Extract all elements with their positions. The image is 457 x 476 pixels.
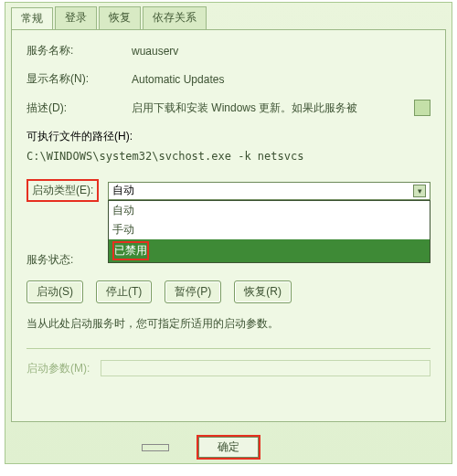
start-params-row: 启动参数(M): [27,360,430,376]
dropdown-option-disabled[interactable]: 已禁用 [109,239,430,262]
description-label: 描述(D): [27,100,132,116]
description-value: 启用下载和安装 Windows 更新。如果此服务被 [132,100,409,116]
start-button[interactable]: 启动(S) [27,280,83,303]
tab-general[interactable]: 常规 [11,7,53,30]
info-text: 当从此处启动服务时，您可指定所适用的启动参数。 [27,316,430,332]
service-name-label: 服务名称: [27,43,132,58]
start-params-label: 启动参数(M): [27,361,90,376]
display-name-row: 显示名称(N): Automatic Updates [27,71,430,87]
exe-path-label: 可执行文件的路径(H): [27,129,430,144]
stop-button[interactable]: 停止(T) [96,280,152,303]
service-name-value: wuauserv [132,45,430,58]
dropdown-option-manual[interactable]: 手动 [109,220,430,239]
display-name-label: 显示名称(N): [27,71,132,87]
control-buttons: 启动(S) 停止(T) 暂停(P) 恢复(R) [27,280,430,303]
chevron-down-icon[interactable]: ▾ [413,185,426,197]
tab-logon[interactable]: 登录 [55,6,97,29]
start-params-input[interactable] [101,360,430,376]
resume-button[interactable]: 恢复(R) [234,280,292,303]
separator [27,348,430,349]
tab-dependencies[interactable]: 依存关系 [143,6,207,29]
startup-type-label: 启动类型(E): [27,179,99,202]
description-row: 描述(D): 启用下载和安装 Windows 更新。如果此服务被 [27,100,430,116]
service-properties-dialog: 常规 登录 恢复 依存关系 Gxlcms 脚本 源码 编程 服务名称: wuau… [5,2,452,464]
decorative-box [142,444,169,451]
description-expand-button[interactable] [414,100,430,116]
general-panel: Gxlcms 脚本 源码 编程 服务名称: wuauserv 显示名称(N): … [11,29,446,422]
ok-button[interactable]: 确定 [198,437,259,458]
startup-type-dropdown: 自动 手动 已禁用 [108,200,430,263]
tab-bar: 常规 登录 恢复 依存关系 [5,3,452,29]
startup-type-row: 启动类型(E): 自动 ▾ 自动 手动 已禁用 [27,179,430,202]
startup-type-select[interactable]: 自动 ▾ [108,182,430,200]
dropdown-option-disabled-text: 已禁用 [112,241,149,260]
service-name-row: 服务名称: wuauserv [27,43,430,58]
dropdown-option-auto[interactable]: 自动 [109,201,430,220]
exe-path-value: C:\WINDOWS\system32\svchost.exe -k netsv… [27,150,430,163]
ok-button-highlight: 确定 [197,435,260,460]
display-name-value: Automatic Updates [132,73,430,86]
startup-type-select-wrap: 自动 ▾ 自动 手动 已禁用 [108,182,430,200]
startup-type-selected: 自动 [112,183,134,198]
bottom-bar: 确定 [5,428,452,463]
tab-recovery[interactable]: 恢复 [99,6,141,29]
pause-button[interactable]: 暂停(P) [165,280,221,303]
